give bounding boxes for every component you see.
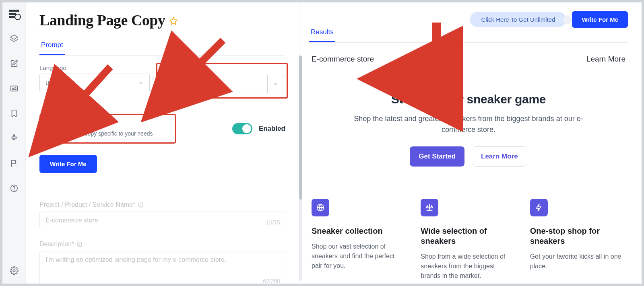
info-icon bbox=[76, 241, 83, 247]
tab-prompt[interactable]: Prompt bbox=[39, 41, 65, 55]
brainstorm-toggle-label: Enabled bbox=[259, 125, 285, 133]
description-label: Description* bbox=[39, 241, 285, 248]
svg-marker-6 bbox=[170, 17, 177, 25]
right-tabs: Results bbox=[309, 28, 628, 43]
svg-line-10 bbox=[187, 40, 223, 76]
svg-point-5 bbox=[13, 270, 15, 272]
feature-body: Get your favorite kicks all in one place… bbox=[530, 252, 625, 271]
project-name-input[interactable]: E-commerce store 16/75 bbox=[39, 212, 285, 229]
info-icon bbox=[138, 202, 144, 208]
help-icon[interactable] bbox=[9, 183, 19, 193]
chevron-down-icon bbox=[133, 74, 144, 92]
chevron-down-icon bbox=[267, 75, 278, 93]
preview-brand: E-commerce store bbox=[312, 55, 374, 64]
hero-body: Shop the latest and greatest sneakers fr… bbox=[340, 113, 597, 135]
layers-icon[interactable] bbox=[9, 34, 19, 43]
bookmark-icon[interactable] bbox=[9, 109, 19, 118]
bolt-icon bbox=[530, 199, 548, 216]
hero-title: Step up your sneaker game bbox=[321, 93, 616, 106]
brainstorm-title: Brainstorm Mode bbox=[56, 120, 109, 127]
favorite-star-icon[interactable] bbox=[169, 11, 178, 29]
svg-rect-1 bbox=[10, 86, 17, 91]
settings-icon[interactable] bbox=[9, 266, 19, 276]
description-counter: 62/250 bbox=[263, 278, 280, 284]
sparkle-icon bbox=[45, 119, 52, 128]
tab-results[interactable]: Results bbox=[309, 28, 335, 42]
flag-icon[interactable] bbox=[9, 158, 19, 168]
feature-body: Shop our vast selection of sneakers and … bbox=[312, 242, 407, 271]
preview-nav-link[interactable]: Learn More bbox=[586, 55, 625, 64]
app-logo[interactable] bbox=[9, 10, 19, 19]
svg-marker-0 bbox=[10, 35, 17, 39]
annotation-arrow bbox=[62, 63, 114, 117]
sidebar bbox=[2, 2, 26, 284]
feature-title: Sneaker collection bbox=[312, 226, 407, 236]
brainstorm-subtitle: Disable to write copy specific to your n… bbox=[45, 130, 155, 137]
scale-icon bbox=[421, 199, 438, 216]
globe-icon bbox=[312, 199, 329, 216]
puzzle-icon[interactable] bbox=[9, 134, 19, 143]
svg-line-11 bbox=[72, 67, 110, 109]
annotation-arrow bbox=[420, 19, 452, 88]
edit-icon[interactable] bbox=[9, 59, 19, 68]
project-name-label: Project / Product / Service Name* bbox=[39, 201, 285, 208]
results-pane: Click Here To Get Unlimited Write For Me… bbox=[299, 2, 642, 284]
scrollbar[interactable] bbox=[299, 56, 302, 281]
description-input[interactable]: I'm writing an optimized landing page fo… bbox=[39, 251, 285, 286]
get-started-button[interactable]: Get Started bbox=[410, 146, 464, 167]
feature-body: Shop from a wide selection of sneakers f… bbox=[421, 252, 516, 281]
feature-title: Wide selection of sneakers bbox=[421, 226, 516, 246]
unlimited-pill[interactable]: Click Here To Get Unlimited bbox=[470, 12, 566, 27]
project-name-counter: 16/75 bbox=[266, 219, 280, 226]
svg-point-4 bbox=[14, 190, 14, 190]
page-title: Landing Page Copy bbox=[39, 11, 178, 29]
brainstorm-toggle[interactable] bbox=[232, 123, 252, 134]
left-tabs: Prompt bbox=[39, 41, 285, 56]
preview-nav: E-commerce store Learn More bbox=[309, 55, 628, 64]
write-for-me-button[interactable]: Write For Me bbox=[39, 155, 97, 173]
learn-more-button[interactable]: Learn More bbox=[472, 146, 527, 167]
feature-title: One-stop shop for sneakers bbox=[530, 226, 625, 246]
ad-icon[interactable] bbox=[9, 84, 19, 93]
write-for-me-header-button[interactable]: Write For Me bbox=[572, 11, 628, 28]
annotation-arrow bbox=[175, 36, 227, 86]
prompt-pane: Landing Page Copy Prompt Language us Eng… bbox=[26, 2, 299, 284]
